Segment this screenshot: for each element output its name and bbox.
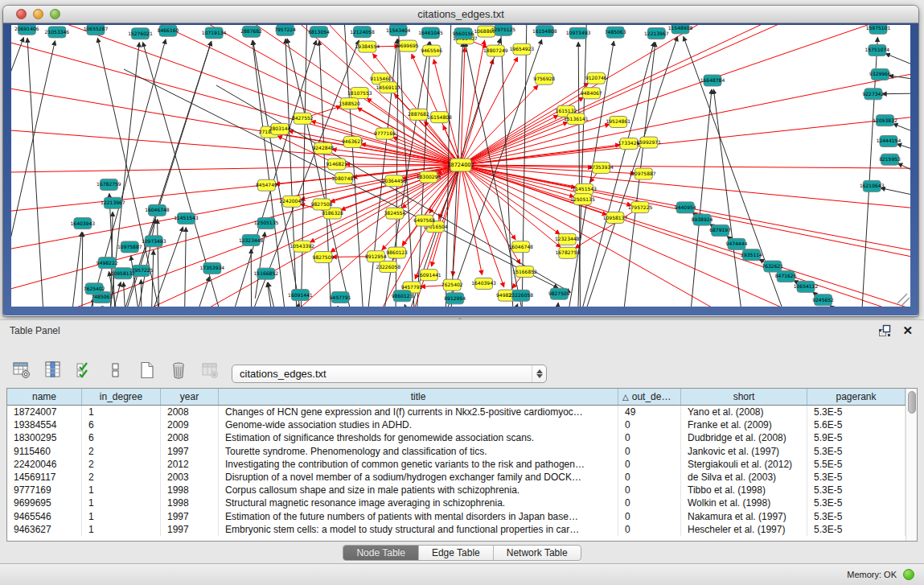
network-node[interactable]: 9827509 [548, 288, 570, 299]
table-cell[interactable]: Franke et al. (2009) [681, 418, 807, 431]
network-node[interactable]: 9827508 [311, 199, 333, 210]
network-node[interactable]: 17353934 [589, 162, 614, 173]
network-edge[interactable] [301, 25, 306, 307]
network-node[interactable]: 16154808 [532, 26, 557, 37]
network-edge[interactable] [691, 89, 712, 307]
table-cell[interactable]: Genome-wide association studies in ADHD. [219, 418, 618, 431]
tab-edge-table[interactable]: Edge Table [419, 546, 494, 560]
table-cell[interactable]: 1997 [161, 523, 219, 536]
network-node[interactable]: 8912954 [365, 251, 387, 262]
network-edge[interactable] [713, 89, 741, 307]
network-node[interactable]: 15751074 [865, 44, 890, 56]
network-node[interactable]: 9560156 [453, 28, 474, 39]
network-edge[interactable] [461, 47, 910, 165]
network-node[interactable]: 8454749 [256, 179, 277, 191]
table-cell[interactable]: Embryonic stem cells: a model to study s… [219, 523, 618, 536]
network-node[interactable]: 8427552 [292, 113, 314, 124]
tab-network-table[interactable]: Network Table [494, 546, 581, 560]
network-node[interactable]: 9463627 [342, 136, 363, 147]
network-node[interactable]: 2803144 [269, 123, 291, 134]
network-node[interactable]: 15975101 [866, 25, 891, 34]
network-node[interactable]: 18300295 [417, 171, 441, 183]
column-header-pagerank[interactable]: pagerank [807, 389, 906, 405]
table-cell[interactable]: 2008 [161, 406, 219, 418]
network-node[interactable]: 20364456 [382, 175, 407, 187]
network-canvas[interactable]: 1735393410975887114515431250513517957225… [11, 25, 910, 307]
network-node[interactable]: 10958137 [603, 212, 628, 224]
table-cell[interactable]: 0 [618, 496, 681, 509]
network-node[interactable]: 23226058 [509, 290, 534, 301]
table-cell[interactable]: 5.3E-5 [807, 406, 906, 418]
table-cell[interactable]: 18300295 [7, 431, 82, 444]
table-cell[interactable]: Hescheler et al. (1997) [681, 523, 807, 536]
table-cell[interactable]: 9465546 [7, 510, 82, 523]
network-node[interactable]: 10807487 [331, 173, 356, 184]
table-cell[interactable]: 0 [618, 418, 681, 431]
network-node[interactable]: 7957224 [274, 25, 296, 35]
delete-table-icon[interactable] [199, 360, 220, 381]
table-cell[interactable]: 1998 [161, 484, 219, 496]
table-cell[interactable]: 1997 [161, 445, 219, 458]
network-node[interactable]: 10975887 [631, 168, 656, 179]
table-row[interactable]: 946362711997Embryonic stem cells: a mode… [7, 523, 906, 536]
network-node[interactable]: 10958137 [111, 268, 136, 279]
network-node[interactable]: 11451543 [572, 183, 597, 195]
network-node[interactable]: 15276021 [128, 28, 153, 39]
table-cell[interactable]: 1 [82, 406, 161, 418]
network-node[interactable]: 9827509 [313, 252, 335, 263]
network-edge[interactable] [74, 39, 166, 307]
table-row[interactable]: 911546021997Tourette syndrome. Phenomeno… [7, 445, 906, 458]
network-edge[interactable] [897, 144, 910, 150]
network-edge[interactable] [461, 165, 561, 247]
network-node[interactable]: 16210643 [860, 180, 885, 192]
network-edge[interactable] [103, 306, 116, 307]
table-cell[interactable]: Estimation of the future numbers of pati… [219, 510, 618, 523]
minimize-window-button[interactable] [33, 9, 43, 19]
network-node[interactable]: 6879197 [709, 225, 731, 236]
table-cell[interactable]: 22420046 [7, 458, 82, 471]
table-settings-icon[interactable] [11, 360, 32, 381]
network-window-titlebar[interactable]: citations_edges.txt [3, 6, 918, 23]
network-node[interactable]: 9474444 [726, 238, 748, 249]
table-row[interactable]: 2242004622012Investigating the contribut… [7, 458, 906, 471]
table-cell[interactable]: Structural magnetic resonance image aver… [219, 496, 618, 509]
network-node[interactable]: 12093832 [873, 115, 897, 126]
column-header-title[interactable]: title [219, 389, 618, 405]
table-cell[interactable]: 6 [82, 431, 161, 444]
network-edge[interactable] [882, 93, 910, 94]
tab-node-table[interactable]: Node Table [343, 546, 419, 560]
network-node[interactable]: 16091441 [288, 290, 313, 301]
network-node[interactable]: 15166852 [254, 268, 279, 279]
table-cell[interactable]: 1 [82, 484, 161, 496]
table-cell[interactable]: 1 [82, 496, 161, 509]
network-edge[interactable] [293, 303, 298, 307]
table-cell[interactable]: 19384554 [7, 418, 82, 431]
network-edge[interactable] [897, 163, 910, 171]
table-cell[interactable]: 9115460 [7, 445, 82, 458]
network-node[interactable]: 8813054 [308, 27, 330, 38]
network-edge[interactable] [108, 41, 211, 307]
network-node[interactable]: 10655287 [84, 25, 109, 35]
table-cell[interactable]: 2 [82, 458, 161, 471]
network-node[interactable]: 7625402 [84, 283, 105, 295]
network-edge[interactable] [94, 306, 101, 307]
network-node[interactable]: 9860123 [386, 247, 408, 258]
network-node[interactable]: 11548908 [668, 25, 693, 34]
network-edge[interactable] [461, 115, 558, 165]
table-cell[interactable]: 0 [618, 510, 681, 523]
network-node[interactable]: 12323448 [239, 235, 264, 246]
table-cell[interactable]: Wolkin et al. (1998) [681, 496, 807, 509]
network-view-window[interactable]: citations_edges.txt 17353934109758871145… [3, 6, 918, 316]
table-vertical-scrollbar[interactable] [906, 389, 917, 541]
network-edge[interactable] [885, 54, 910, 65]
network-node[interactable]: 23226058 [376, 262, 400, 273]
network-node[interactable]: 9120746 [585, 72, 607, 84]
close-panel-icon[interactable]: ✕ [902, 325, 913, 336]
table-row[interactable]: 946554611997Estimation of the future num… [7, 510, 906, 523]
table-cell[interactable]: Estimation of significance thresholds fo… [219, 431, 618, 444]
network-node[interactable]: 12505135 [254, 217, 279, 229]
network-node[interactable]: 9146821 [326, 159, 347, 170]
table-cell[interactable]: Dudbridge et al. (2008) [681, 431, 807, 444]
zoom-window-button[interactable] [50, 9, 60, 19]
table-cell[interactable]: 0 [618, 445, 681, 458]
